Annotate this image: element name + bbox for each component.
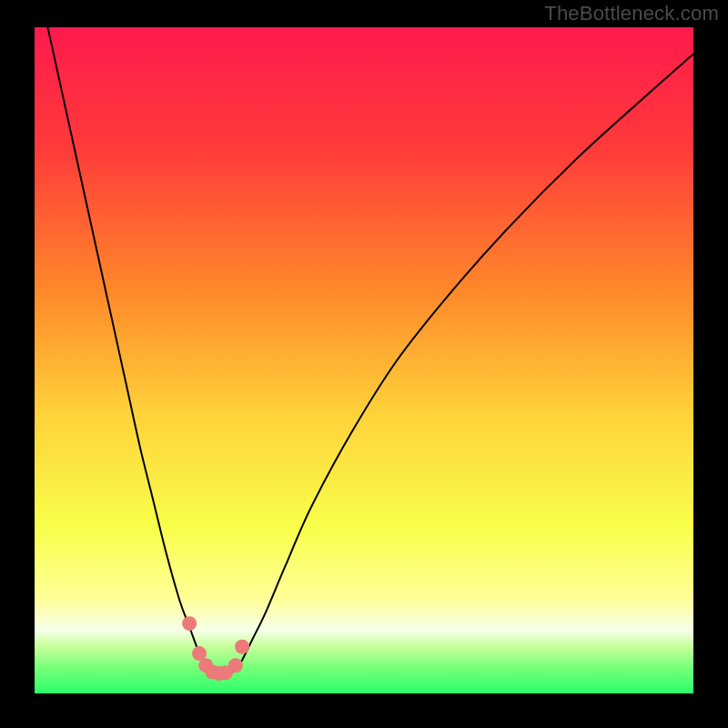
gradient-background	[35, 27, 693, 693]
marker-point	[182, 616, 197, 631]
plot-area	[35, 27, 693, 693]
marker-point	[235, 640, 249, 654]
watermark-text: TheBottleneck.com	[544, 2, 719, 25]
chart-frame: TheBottleneck.com	[0, 0, 728, 728]
chart-svg	[35, 27, 693, 693]
marker-point	[228, 658, 243, 672]
